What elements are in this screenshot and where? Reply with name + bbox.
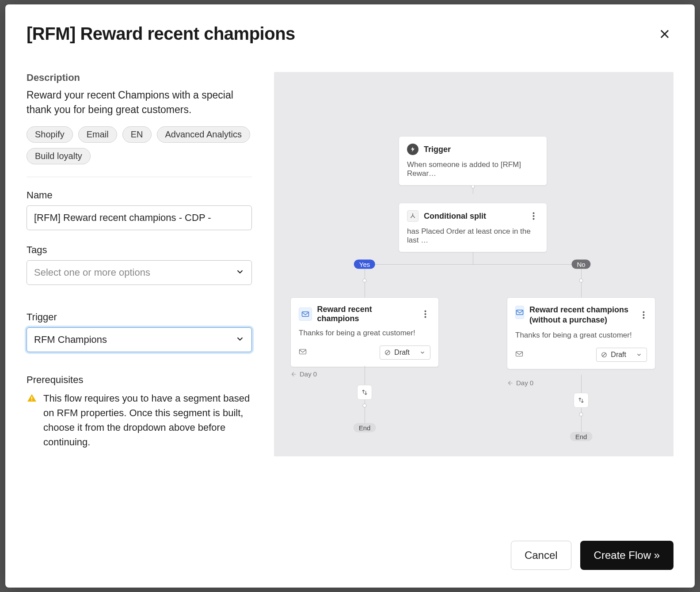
node-title: Reward recent champions (without a purch…	[529, 305, 635, 326]
kebab-menu[interactable]	[528, 212, 539, 220]
flow-node-email-no[interactable]: Reward recent champions (without a purch…	[507, 297, 655, 369]
svg-point-4	[533, 218, 534, 220]
cancel-button[interactable]: Cancel	[511, 541, 571, 570]
warning-icon	[27, 393, 37, 405]
chip-en: EN	[122, 126, 152, 143]
end-label-no: End	[570, 432, 593, 441]
node-title: Trigger	[424, 145, 451, 154]
prerequisites-section: Prerequisites This flow requires you to …	[27, 374, 252, 449]
svg-point-7	[424, 313, 426, 315]
trigger-value: RFM Champions	[27, 327, 252, 352]
end-label-yes: End	[354, 423, 376, 433]
tags-label: Tags	[27, 244, 252, 256]
chip-email: Email	[78, 126, 117, 143]
svg-rect-5	[302, 312, 308, 317]
description-text: Reward your recent Champions with a spec…	[27, 88, 252, 118]
connector-dot	[363, 279, 367, 283]
trigger-label: Trigger	[27, 311, 252, 323]
section-divider	[27, 177, 252, 177]
svg-point-6	[424, 311, 426, 312]
node-title: Conditional split	[424, 212, 486, 221]
node-subtitle: Thanks for being a great customer!	[515, 331, 647, 340]
connector-dot	[579, 279, 583, 283]
svg-point-3	[533, 215, 534, 217]
return-icon	[507, 380, 514, 386]
node-title: Reward recent champions	[317, 305, 415, 323]
status-label: Draft	[394, 349, 410, 357]
kebab-menu[interactable]	[640, 311, 647, 319]
chevron-down-icon	[636, 352, 642, 358]
close-button[interactable]	[656, 25, 673, 43]
add-step-button[interactable]	[357, 385, 372, 400]
return-icon	[291, 371, 297, 377]
left-column: Description Reward your recent Champions…	[27, 72, 252, 527]
chevron-down-icon	[419, 349, 426, 356]
svg-point-13	[643, 314, 645, 316]
modal-title: [RFM] Reward recent champions	[27, 24, 295, 44]
svg-point-8	[424, 316, 426, 318]
mail-icon	[515, 306, 524, 319]
svg-rect-15	[516, 352, 523, 357]
node-subtitle: When someone is added to [RFM] Rewar…	[407, 160, 539, 178]
bolt-icon	[407, 144, 418, 155]
tag-chips: Shopify Email EN Advanced Analytics Buil…	[27, 126, 252, 164]
status-label: Draft	[611, 351, 626, 359]
chip-build-loyalty: Build loyalty	[27, 148, 91, 164]
svg-rect-1	[31, 399, 32, 400]
name-input[interactable]	[27, 205, 252, 230]
circle-slash-icon	[601, 352, 607, 358]
svg-point-12	[643, 311, 645, 313]
add-step-button[interactable]	[574, 393, 589, 408]
modal-header: [RFM] Reward recent champions	[5, 4, 695, 54]
name-label: Name	[27, 190, 252, 201]
connector-dot	[363, 404, 367, 408]
trigger-select[interactable]: RFM Champions	[27, 327, 252, 352]
flow-node-email-yes[interactable]: Reward recent champions Thanks for being…	[290, 297, 439, 367]
kebab-menu[interactable]	[420, 310, 430, 318]
day-label-yes: Day 0	[291, 370, 317, 378]
status-dropdown[interactable]: Draft	[596, 348, 647, 362]
modal-body: Description Reward your recent Champions…	[5, 54, 695, 527]
modal-footer: Cancel Create Flow »	[5, 527, 695, 588]
tags-select[interactable]: Select one or more options	[27, 260, 252, 285]
day-label-no: Day 0	[507, 379, 533, 387]
split-icon	[407, 210, 418, 222]
svg-rect-11	[517, 310, 523, 315]
close-icon	[658, 28, 671, 40]
prerequisites-label: Prerequisites	[27, 374, 252, 386]
flow-node-trigger[interactable]: Trigger When someone is added to [RFM] R…	[399, 136, 547, 186]
circle-slash-icon	[384, 349, 391, 356]
modal-dialog: [RFM] Reward recent champions Descriptio…	[5, 4, 695, 588]
flow-preview-canvas: Yes No Trigger When someone is added to …	[274, 72, 673, 456]
create-flow-button[interactable]: Create Flow »	[580, 541, 673, 570]
description-label: Description	[27, 72, 252, 83]
connector	[365, 264, 581, 265]
flow-node-conditional-split[interactable]: Conditional split has Placed Order at le…	[399, 203, 547, 252]
connector-dot	[579, 413, 583, 417]
svg-rect-0	[31, 397, 32, 399]
branch-yes-label: Yes	[354, 260, 375, 269]
node-subtitle: has Placed Order at least once in the la…	[407, 227, 539, 245]
branch-no-label: No	[571, 260, 590, 269]
node-subtitle: Thanks for being a great customer!	[299, 329, 430, 338]
mail-icon	[299, 307, 312, 321]
svg-point-14	[643, 317, 645, 319]
svg-rect-9	[300, 349, 306, 354]
envelope-icon	[299, 349, 307, 357]
chip-advanced-analytics: Advanced Analytics	[157, 126, 250, 143]
envelope-icon	[515, 351, 523, 359]
status-dropdown[interactable]: Draft	[380, 345, 430, 360]
prerequisites-text: This flow requires you to have a segment…	[43, 391, 252, 449]
svg-point-2	[533, 213, 534, 214]
tags-placeholder: Select one or more options	[27, 260, 252, 285]
chip-shopify: Shopify	[27, 126, 73, 143]
